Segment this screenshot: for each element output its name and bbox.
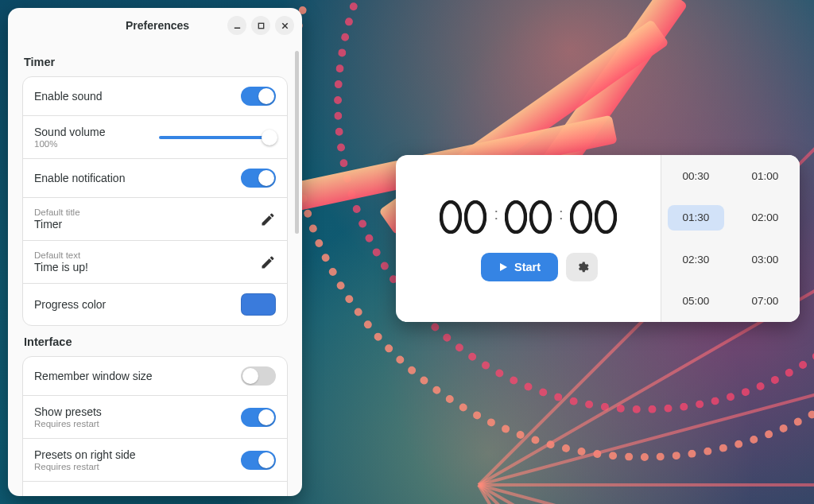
row-default-title[interactable]: Default title Timer bbox=[23, 198, 287, 241]
presets-right-sublabel: Requires restart bbox=[34, 462, 233, 471]
preset-label: 00:30 bbox=[683, 170, 710, 182]
digit-zero bbox=[505, 200, 527, 234]
interface-settings-group: Remember window size Show presets Requir… bbox=[22, 356, 288, 496]
preferences-scroll[interactable]: Timer Enable sound Sound volume 100% Ena… bbox=[8, 43, 302, 496]
preset-02-00[interactable]: 02:00 bbox=[731, 197, 800, 239]
svg-point-5 bbox=[466, 202, 485, 232]
progress-color-swatch[interactable] bbox=[241, 293, 276, 316]
preset-label: 01:30 bbox=[683, 211, 710, 223]
row-default-text[interactable]: Default text Time is up! bbox=[23, 241, 287, 284]
minimize-button[interactable] bbox=[227, 16, 246, 35]
preset-01-30[interactable]: 01:30 bbox=[661, 197, 731, 239]
default-preset-label: Default preset bbox=[34, 494, 219, 497]
row-default-preset[interactable]: Default preset 01:30 bbox=[23, 482, 287, 496]
digit-zero bbox=[464, 200, 486, 234]
timer-main: : : Start bbox=[396, 155, 661, 322]
close-icon bbox=[281, 21, 289, 30]
window-title: Preferences bbox=[92, 19, 223, 32]
close-button[interactable] bbox=[275, 16, 294, 35]
sound-volume-label: Sound volume bbox=[34, 126, 151, 138]
preset-label: 02:00 bbox=[752, 211, 779, 223]
preset-01-00[interactable]: 01:00 bbox=[731, 155, 800, 197]
show-presets-toggle[interactable] bbox=[241, 408, 276, 427]
preset-label: 01:00 bbox=[752, 170, 779, 182]
sound-volume-value: 100% bbox=[34, 139, 151, 149]
timer-window: : : Start 00:3001:0001:3002:0002:3003:00… bbox=[396, 155, 800, 322]
svg-rect-1 bbox=[258, 23, 263, 28]
scrollbar-thumb[interactable] bbox=[295, 51, 299, 234]
preset-00-30[interactable]: 00:30 bbox=[661, 155, 731, 197]
remember-window-size-toggle[interactable] bbox=[241, 366, 276, 386]
preset-label: 05:00 bbox=[683, 295, 710, 307]
scrollbar[interactable] bbox=[295, 48, 300, 270]
enable-notification-toggle[interactable] bbox=[241, 169, 276, 188]
preferences-window: Preferences Timer Enable sound Sound vol… bbox=[8, 8, 302, 496]
default-title-value: Timer bbox=[34, 218, 252, 231]
timer-settings-group: Enable sound Sound volume 100% Enable no… bbox=[22, 76, 288, 326]
time-separator: : bbox=[493, 206, 498, 222]
default-title-label: Default title bbox=[34, 207, 252, 217]
preset-07-00[interactable]: 07:00 bbox=[731, 281, 800, 323]
sound-volume-slider[interactable] bbox=[159, 129, 276, 146]
digit-zero bbox=[529, 200, 552, 234]
row-show-presets: Show presets Requires restart bbox=[23, 396, 287, 439]
section-timer-title: Timer bbox=[24, 56, 286, 68]
start-label: Start bbox=[514, 261, 541, 273]
row-enable-sound: Enable sound bbox=[23, 77, 287, 116]
gear-icon bbox=[576, 261, 589, 274]
presets-panel: 00:3001:0001:3002:0002:3003:0005:0007:00 bbox=[661, 155, 800, 322]
row-sound-volume: Sound volume 100% bbox=[23, 116, 287, 159]
svg-point-4 bbox=[441, 202, 460, 232]
svg-point-6 bbox=[506, 202, 525, 232]
row-presets-right: Presets on right side Requires restart bbox=[23, 439, 287, 482]
show-presets-label: Show presets bbox=[34, 405, 233, 418]
time-separator: : bbox=[558, 206, 564, 222]
minimize-icon bbox=[233, 21, 242, 30]
preset-label: 02:30 bbox=[683, 254, 710, 266]
remember-window-size-label: Remember window size bbox=[34, 370, 233, 382]
chevron-down-icon bbox=[263, 494, 276, 497]
preset-02-30[interactable]: 02:30 bbox=[661, 238, 731, 281]
section-interface-title: Interface bbox=[24, 335, 286, 348]
default-text-label: Default text bbox=[34, 250, 252, 260]
default-text-value: Time is up! bbox=[34, 261, 252, 273]
row-remember-window-size: Remember window size bbox=[23, 357, 287, 396]
preset-03-00[interactable]: 03:00 bbox=[731, 238, 800, 281]
preset-05-00[interactable]: 05:00 bbox=[661, 281, 731, 323]
titlebar: Preferences bbox=[8, 8, 302, 43]
digit-zero bbox=[440, 200, 462, 234]
presets-right-toggle[interactable] bbox=[241, 451, 276, 470]
enable-sound-label: Enable sound bbox=[34, 90, 233, 103]
preset-label: 03:00 bbox=[752, 254, 779, 266]
row-progress-color: Progress color bbox=[23, 284, 287, 325]
timer-buttons: Start bbox=[481, 253, 598, 281]
row-enable-notification: Enable notification bbox=[23, 159, 287, 198]
svg-point-8 bbox=[572, 202, 591, 232]
time-display: : : bbox=[440, 196, 616, 234]
svg-point-9 bbox=[596, 202, 615, 232]
show-presets-sublabel: Requires restart bbox=[34, 419, 233, 428]
digit-zero bbox=[570, 200, 592, 234]
preset-label: 07:00 bbox=[752, 295, 779, 307]
edit-icon bbox=[260, 211, 276, 227]
digit-zero bbox=[595, 200, 617, 234]
presets-right-label: Presets on right side bbox=[34, 448, 233, 461]
enable-notification-label: Enable notification bbox=[34, 172, 233, 184]
seconds-field[interactable] bbox=[570, 200, 617, 234]
svg-point-7 bbox=[531, 202, 550, 232]
default-preset-value: 01:30 bbox=[227, 494, 255, 497]
maximize-button[interactable] bbox=[251, 16, 270, 35]
settings-button[interactable] bbox=[566, 253, 598, 281]
enable-sound-toggle[interactable] bbox=[241, 87, 276, 106]
progress-color-label: Progress color bbox=[34, 298, 233, 311]
minutes-field[interactable] bbox=[505, 200, 552, 234]
edit-icon bbox=[260, 254, 276, 270]
maximize-icon bbox=[257, 21, 266, 30]
play-icon bbox=[498, 262, 508, 272]
hours-field[interactable] bbox=[440, 200, 486, 234]
start-button[interactable]: Start bbox=[481, 253, 558, 281]
